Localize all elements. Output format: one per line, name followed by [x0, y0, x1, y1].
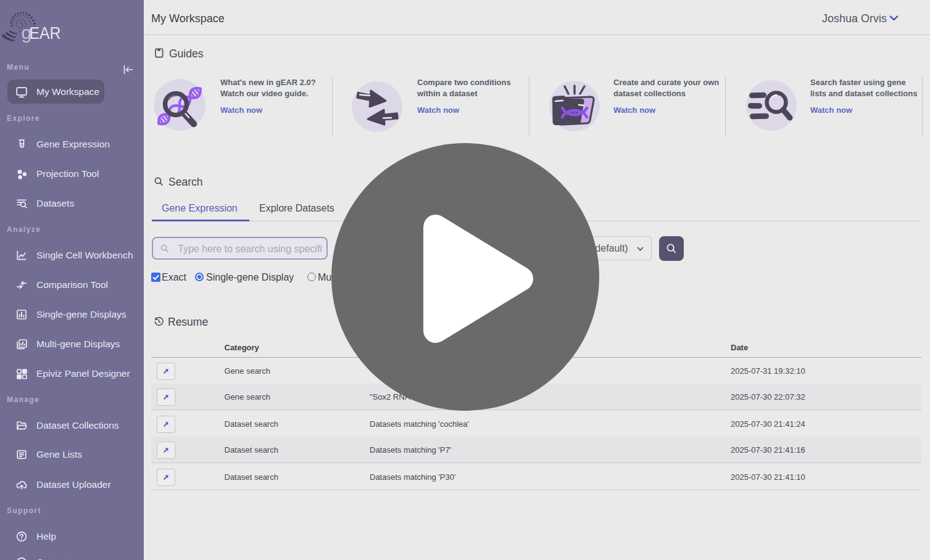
svg-text:EAR: EAR [30, 23, 61, 43]
